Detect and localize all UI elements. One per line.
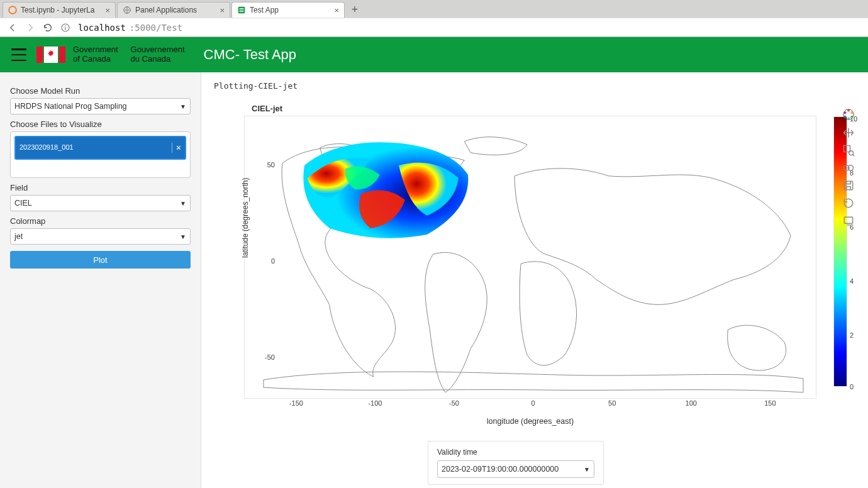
bokeh-logo-icon[interactable]: [842, 108, 855, 121]
validity-time-panel: Validity time 2023-02-09T19:00:00.000000…: [428, 441, 604, 485]
x-tick: 150: [764, 399, 776, 407]
x-tick: 100: [686, 399, 697, 407]
gov-canada-logo: Government of Canada Gouvernement du Can…: [36, 45, 185, 64]
svg-point-0: [9, 6, 16, 14]
validity-value: 2023-02-09T19:00:00.000000000: [442, 465, 559, 474]
x-tick: 0: [531, 399, 535, 407]
reset-icon[interactable]: [842, 197, 855, 209]
tab-label: Test.ipynb - JupyterLa: [21, 6, 101, 14]
heatmap-overlay: [301, 140, 471, 241]
validity-select[interactable]: 2023-02-09T19:00:00.000000000 ▼: [437, 460, 594, 478]
svg-point-4: [65, 25, 66, 26]
colormap-label: Colormap: [10, 216, 191, 226]
x-axis: -150-100-50050100150: [245, 399, 817, 411]
hover-icon[interactable]: [842, 214, 855, 227]
close-icon[interactable]: ×: [172, 143, 181, 153]
save-icon[interactable]: [842, 179, 855, 192]
app-title: CMC- Test App: [204, 47, 297, 63]
address-bar: localhost:5000/Test: [0, 18, 868, 36]
x-tick: -100: [368, 399, 382, 407]
field-value: CIEL: [14, 199, 32, 208]
sidebar: Choose Model Run HRDPS National Prog Sam…: [0, 72, 201, 488]
globe-icon: [123, 6, 131, 14]
files-label: Choose Files to Visualize: [10, 119, 191, 129]
browser-chrome: Test.ipynb - JupyterLa × Panel Applicati…: [0, 0, 868, 37]
colorbar-tick: 2: [850, 331, 854, 339]
chevron-down-icon: ▼: [180, 200, 186, 207]
new-tab-button[interactable]: +: [346, 3, 364, 18]
tab-strip: Test.ipynb - JupyterLa × Panel Applicati…: [0, 0, 868, 18]
chart-container: CIEL-jet 500-50 latitude (degrees_north): [214, 104, 849, 399]
svg-point-11: [843, 116, 846, 118]
model-run-value: HRDPS National Prog Sampling: [14, 102, 127, 111]
colormap-select[interactable]: jet ▼: [10, 228, 191, 245]
x-tick: -50: [449, 399, 459, 407]
url-host: localhost: [78, 23, 126, 33]
file-chip[interactable]: 2023020918_001 ×: [14, 136, 186, 160]
x-axis-label: longitude (degrees_east): [245, 417, 816, 426]
chart-area[interactable]: 500-50 latitude (degrees_north): [244, 116, 816, 399]
url-input[interactable]: localhost:5000/Test: [78, 23, 182, 33]
jupyter-icon: [8, 6, 17, 14]
gov-en-line2: of Canada: [73, 55, 118, 64]
browser-tab-jupyter[interactable]: Test.ipynb - JupyterLa ×: [3, 2, 116, 18]
svg-rect-18: [844, 217, 852, 223]
close-icon[interactable]: ×: [334, 6, 339, 15]
validity-label: Validity time: [437, 448, 594, 457]
svg-rect-17: [844, 181, 852, 189]
colormap-value: jet: [14, 232, 23, 241]
field-label: Field: [10, 183, 191, 192]
svg-point-12: [843, 111, 846, 114]
svg-point-9: [850, 116, 853, 118]
chart-title: CIEL-jet: [252, 104, 849, 113]
canada-flag-icon: [36, 47, 65, 63]
model-run-label: Choose Model Run: [10, 86, 191, 96]
svg-rect-5: [65, 27, 65, 30]
gov-fr-line2: du Canada: [131, 55, 185, 64]
colorbar-tick: 0: [850, 383, 854, 391]
hamburger-icon[interactable]: [11, 48, 26, 61]
gov-fr-line1: Gouvernement: [131, 45, 185, 55]
browser-tab-panel[interactable]: Panel Applications ×: [117, 2, 230, 18]
url-path: :5000/Test: [130, 23, 182, 33]
file-multiselect[interactable]: 2023020918_001 ×: [10, 131, 191, 178]
chevron-down-icon: ▼: [180, 233, 186, 240]
svg-point-7: [847, 109, 850, 112]
svg-rect-13: [844, 146, 850, 152]
site-info-icon[interactable]: [60, 23, 70, 33]
wheel-zoom-icon[interactable]: [842, 162, 855, 174]
chevron-down-icon: ▼: [180, 103, 186, 110]
bokeh-toolbar: [840, 108, 857, 227]
back-icon[interactable]: [8, 23, 18, 33]
x-tick: -150: [289, 399, 303, 407]
close-icon[interactable]: ×: [105, 6, 110, 15]
forward-icon[interactable]: [25, 23, 35, 33]
tab-label: Panel Applications: [135, 6, 216, 14]
pan-icon[interactable]: [842, 126, 855, 139]
svg-point-8: [850, 111, 853, 114]
x-tick: 50: [608, 399, 616, 407]
field-select[interactable]: CIEL ▼: [10, 195, 191, 211]
app-header: Government of Canada Gouvernement du Can…: [0, 37, 868, 72]
plot-button[interactable]: Plot: [10, 251, 191, 269]
main-panel: Plotting-CIEL-jet CIEL-jet 500-50 latitu…: [201, 72, 868, 488]
close-icon[interactable]: ×: [220, 6, 225, 15]
gov-en-line1: Government: [73, 45, 118, 55]
reload-icon[interactable]: [43, 23, 53, 33]
svg-point-10: [847, 117, 850, 119]
file-chip-text: 2023020918_001: [19, 143, 168, 152]
tab-label: Test App: [250, 6, 330, 14]
model-run-select[interactable]: HRDPS National Prog Sampling ▼: [10, 98, 191, 114]
app-icon: [237, 6, 246, 14]
chevron-down-icon: ▼: [584, 466, 590, 473]
svg-point-14: [849, 151, 854, 155]
plot-status-text: Plotting-CIEL-jet: [214, 81, 298, 91]
browser-tab-testapp[interactable]: Test App ×: [231, 2, 345, 18]
box-zoom-icon[interactable]: [842, 144, 855, 157]
colorbar-tick: 4: [850, 277, 854, 285]
